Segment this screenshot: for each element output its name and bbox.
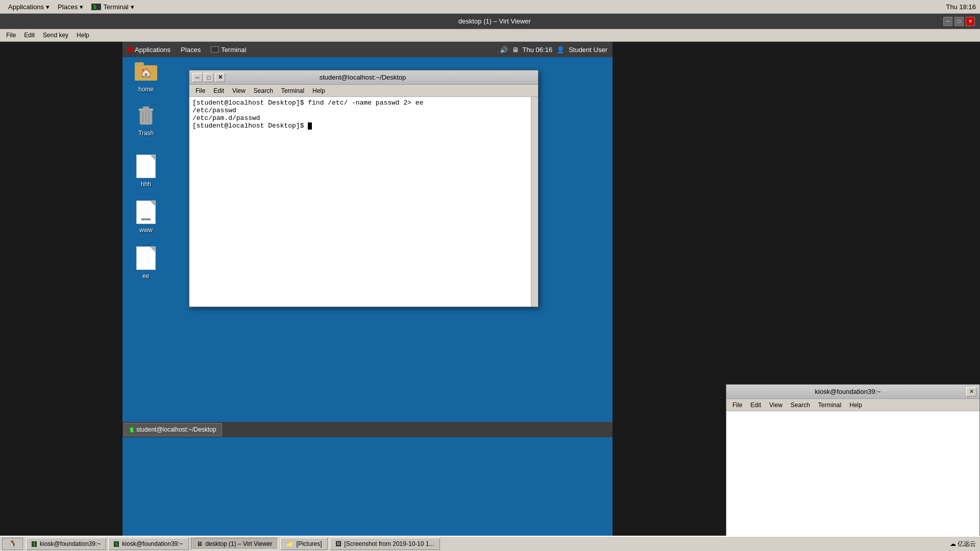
network-icon[interactable]: 🖥 — [512, 46, 519, 54]
virt-viewer-controls: ─ □ ✕ — [943, 17, 975, 26]
terminal-terminal-menu[interactable]: Terminal — [277, 86, 308, 95]
terminal-edit-menu[interactable]: Edit — [209, 86, 228, 95]
volume-icon[interactable]: 🔊 — [500, 46, 508, 54]
chevron-down-icon: ▾ — [80, 3, 83, 11]
second-terminal-menu-bar: File Edit View Search Terminal Help — [726, 399, 979, 411]
second-terminal-close-button[interactable]: ✕ — [966, 387, 976, 396]
host-places-menu[interactable]: Places ▾ — [54, 2, 87, 12]
virt-viewer-minimize-button[interactable]: ─ — [943, 17, 952, 26]
second-terminal-title-text: kiosk@foundation39:~ — [729, 388, 966, 395]
terminal-file-menu[interactable]: File — [191, 86, 209, 95]
second-terminal-search-menu[interactable]: Search — [787, 400, 814, 410]
host-taskbar-right: ☁ 亿远云 — [950, 540, 980, 548]
terminal-line-2: /etc/passwd — [192, 107, 535, 114]
vm-display-area: Applications Places Terminal 🔊 🖥 Thu 06:… — [0, 42, 980, 551]
host-taskbar-item-2[interactable]: 🖥 desktop (1) – Virt Viewer — [191, 538, 278, 550]
host-terminal-menu[interactable]: $_ Terminal ▾ — [87, 2, 138, 12]
virt-file-menu[interactable]: File — [2, 31, 20, 40]
gnome-terminal-menu[interactable]: Terminal — [206, 42, 251, 57]
terminal-view-menu[interactable]: View — [228, 86, 250, 95]
taskbar-image-icon: 🖼 — [335, 540, 341, 547]
host-topbar-left: Applications ▾ Places ▾ $_ Terminal ▾ — [4, 2, 138, 12]
second-terminal-view-menu[interactable]: View — [765, 400, 787, 410]
virt-viewer-close-button[interactable]: ✕ — [966, 17, 975, 26]
host-taskbar-item-1[interactable]: $ kiosk@foundation39:~ — [108, 538, 188, 550]
gnome-panel-left: Applications Places Terminal — [122, 42, 251, 57]
gnome-taskbar-terminal-item[interactable]: $ student@localhost:~/Desktop — [124, 423, 222, 436]
terminal-cursor — [308, 122, 312, 130]
host-taskbar-item-0[interactable]: $ kiosk@foundation39:~ — [26, 538, 106, 550]
terminal-taskbar-icon: $ — [129, 427, 134, 433]
second-terminal-content[interactable] — [726, 411, 979, 550]
file-icon-www: www — [134, 200, 158, 224]
taskbar-terminal-icon-1: $ — [114, 541, 119, 547]
file-icon-hhh — [134, 154, 158, 179]
gnome-taskbar: $ student@localhost:~/Desktop — [122, 422, 612, 437]
virt-viewer-menu-bar: File Edit Send key Help — [0, 29, 980, 42]
host-applications-menu[interactable]: Applications ▾ — [4, 2, 54, 12]
chevron-down-icon: ▾ — [131, 3, 134, 11]
terminal-help-menu[interactable]: Help — [308, 86, 329, 95]
terminal-content-area[interactable]: [student@localhost Desktop]$ find /etc/ … — [189, 97, 538, 307]
virt-help-menu[interactable]: Help — [72, 31, 93, 40]
inner-vm-screen: Applications Places Terminal 🔊 🖥 Thu 06:… — [122, 42, 612, 437]
chevron-down-icon: ▾ — [46, 3, 50, 11]
desktop-icon-home[interactable]: 🏠 home — [126, 59, 166, 93]
terminal-line-4: [student@localhost Desktop]$ — [192, 122, 535, 130]
second-terminal-help-menu[interactable]: Help — [845, 400, 866, 410]
virt-viewer-title-bar: desktop (1) – Virt Viewer ─ □ ✕ — [0, 14, 980, 29]
terminal-icon — [211, 46, 219, 53]
gnome-top-panel: Applications Places Terminal 🔊 🖥 Thu 06:… — [122, 42, 612, 57]
terminal-scrollbar[interactable] — [531, 97, 538, 307]
terminal-title-bar: ─ □ ✕ student@localhost:~/Desktop — [189, 70, 538, 85]
gnome-places-menu[interactable]: Places — [176, 42, 206, 57]
virt-edit-menu[interactable]: Edit — [20, 31, 39, 40]
gnome-panel-right: 🔊 🖥 Thu 06:16 👤 Student User — [500, 46, 612, 54]
terminal-title: student@localhost:~/Desktop — [225, 73, 500, 81]
applications-dot-icon — [128, 47, 133, 52]
second-terminal-buttons: ✕ — [966, 387, 976, 396]
cloud-icon[interactable]: ☁ 亿远云 — [950, 540, 976, 548]
virt-sendkey-menu[interactable]: Send key — [39, 31, 72, 40]
host-taskbar-item-3[interactable]: 📁 [Pictures] — [280, 538, 328, 550]
virt-viewer-window: desktop (1) – Virt Viewer ─ □ ✕ File Edi… — [0, 14, 980, 551]
terminal-maximize-button[interactable]: □ — [204, 73, 214, 82]
host-start-button[interactable]: 🐧 — [2, 538, 23, 550]
taskbar-terminal-icon-0: $ — [32, 541, 37, 547]
host-topbar: Applications ▾ Places ▾ $_ Terminal ▾ Th… — [0, 0, 980, 14]
terminal-line-3: /etc/pam.d/passwd — [192, 114, 535, 122]
home-folder-icon: 🏠 — [134, 59, 158, 84]
desktop-icon-ee[interactable]: ee — [126, 246, 166, 280]
gnome-time: Thu 06:16 — [523, 46, 553, 54]
desktop-icon-hhh[interactable]: hhh — [126, 154, 166, 188]
second-terminal-terminal-menu[interactable]: Terminal — [814, 400, 845, 410]
second-terminal-edit-menu[interactable]: Edit — [746, 400, 765, 410]
terminal-menu-bar: File Edit View Search Terminal Help — [189, 85, 538, 97]
taskbar-screen-icon: 🖥 — [197, 540, 203, 547]
start-icon: 🐧 — [9, 540, 16, 547]
taskbar-folder-icon: 📁 — [286, 540, 293, 547]
terminal-close-button[interactable]: ✕ — [215, 73, 225, 82]
second-terminal-window: kiosk@foundation39:~ ✕ File Edit View Se… — [726, 384, 980, 551]
svg-rect-2 — [143, 107, 149, 109]
terminal-search-menu[interactable]: Search — [250, 86, 277, 95]
terminal-window: ─ □ ✕ student@localhost:~/Desktop File E… — [189, 70, 538, 307]
trash-icon — [134, 103, 158, 128]
virt-viewer-title: desktop (1) – Virt Viewer — [46, 17, 943, 25]
host-taskbar-item-4[interactable]: 🖼 [Screenshot from 2019-10-10 1... — [330, 538, 440, 550]
host-taskbar: 🐧 $ kiosk@foundation39:~ $ kiosk@foundat… — [0, 536, 980, 551]
gnome-applications-menu[interactable]: Applications — [122, 42, 176, 57]
terminal-window-buttons: ─ □ ✕ — [192, 73, 225, 82]
terminal-line-1: [student@localhost Desktop]$ find /etc/ … — [192, 99, 535, 107]
host-time: Thu 18:16 — [946, 3, 976, 11]
second-terminal-title-bar: kiosk@foundation39:~ ✕ — [726, 385, 979, 399]
desktop-icon-www[interactable]: www www — [126, 200, 166, 234]
terminal-minimize-button[interactable]: ─ — [192, 73, 203, 82]
desktop-icon-trash[interactable]: Trash — [126, 103, 166, 137]
file-icon-ee — [134, 246, 158, 270]
virt-viewer-maximize-button[interactable]: □ — [954, 17, 964, 26]
vm-left-padding — [0, 42, 122, 551]
user-menu[interactable]: 👤 — [556, 46, 565, 54]
second-terminal-file-menu[interactable]: File — [728, 400, 746, 410]
